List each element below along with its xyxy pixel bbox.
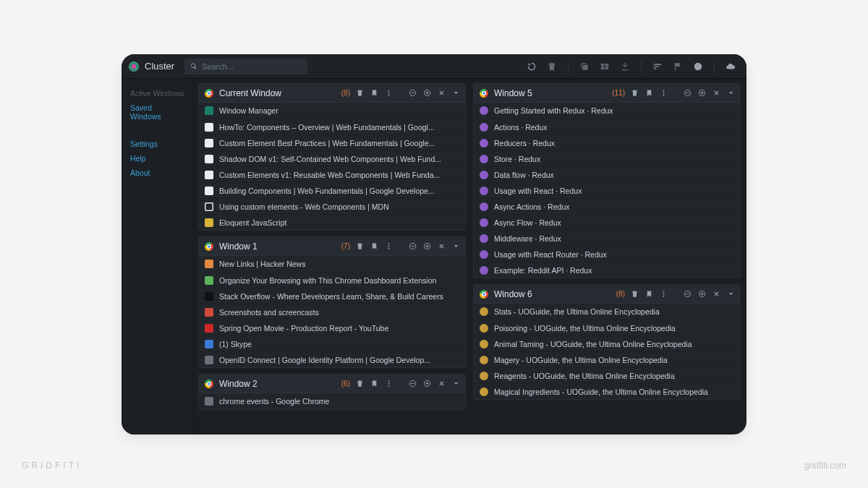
panel-minus-icon[interactable] [408,241,417,251]
panel-trash-icon[interactable] [355,88,365,98]
tab-row[interactable]: Actions · Redux [474,119,740,134]
panel-minus-icon[interactable] [408,379,417,388]
tab-row[interactable]: Middleware · Redux [474,230,740,246]
tab-row[interactable]: Building Components | Web Fundamentals |… [199,182,465,198]
sidebar-item-help[interactable]: Help [122,151,193,166]
panel-bookmark-icon[interactable] [370,88,379,98]
watermark-right: gridfiti.com [804,461,846,471]
panel-header[interactable]: Current Window (8) [199,84,465,103]
tab-title: Magery - UOGuide, the Ultima Online Ency… [494,356,668,364]
tab-row[interactable]: Animal Taming - UOGuide, the Ultima Onli… [474,335,740,351]
tab-row[interactable]: Usage with React Router · Redux [474,246,740,262]
tab-row[interactable]: chrome events - Google Chrome [199,393,465,409]
tab-row[interactable]: (1) Skype [199,335,465,351]
panel-plus-icon[interactable] [697,88,707,98]
svg-point-14 [388,385,390,387]
tab-row[interactable]: Organize Your Browsing with This Chrome … [199,272,465,288]
panel-header[interactable]: Window 2 (6) [199,374,465,393]
panel-close-icon[interactable] [712,289,721,299]
panel-bookmark-icon[interactable] [370,241,379,251]
tab-row[interactable]: Example: Reddit API · Redux [474,262,740,278]
panel-collapse-icon[interactable] [726,289,736,299]
panel-plus-icon[interactable] [422,379,432,388]
favicon-icon [480,356,488,364]
merge-icon[interactable] [619,61,631,72]
panel-more-icon[interactable] [659,88,668,98]
tab-title: Window Manager [219,106,278,115]
panel-close-icon[interactable] [712,88,721,98]
tab-row[interactable]: Magical Ingredients - UOGuide, the Ultim… [474,383,740,399]
tab-title: Stats - UOGuide, the Ultima Online Encyc… [494,307,660,316]
panel-more-icon[interactable] [384,241,393,251]
flag-icon[interactable] [672,61,684,72]
panel-bookmark-icon[interactable] [644,289,654,299]
tab-row[interactable]: Spring Open Movie - Production Report - … [199,320,465,335]
tab-row[interactable]: Stack Overflow - Where Developers Learn,… [199,288,465,304]
panel-bookmark-icon[interactable] [644,88,654,98]
panel-close-icon[interactable] [437,379,446,388]
tab-row[interactable]: Data flow · Redux [474,166,740,182]
panel-close-icon[interactable] [437,241,446,251]
tab-row[interactable]: Custom Elements v1: Reusable Web Compone… [199,166,465,182]
sidebar-item-about[interactable]: About [122,166,193,180]
panel-bookmark-icon[interactable] [370,379,379,388]
tab-row[interactable]: New Links | Hacker News [199,256,465,272]
panel-collapse-icon[interactable] [451,88,461,98]
tab-row[interactable]: Window Manager [199,103,465,119]
favicon-icon [480,307,488,316]
tab-row[interactable]: Async Actions · Redux [474,198,740,214]
search-box[interactable] [184,59,307,74]
tab-row[interactable]: Poisoning - UOGuide, the Ultima Online E… [474,320,740,335]
tab-row[interactable]: Getting Started with Redux · Redux [474,103,740,119]
sort-icon[interactable] [652,61,663,72]
tab-row[interactable]: Reducers · Redux [474,134,740,150]
tab-row[interactable]: Screenshots and screencasts [199,304,465,320]
duplicate-icon[interactable] [579,61,590,72]
tab-count-badge: (11) [612,89,625,97]
tab-row[interactable]: OpenID Connect | Google Identity Platfor… [199,351,465,367]
undo-icon[interactable] [526,61,537,72]
panel-header[interactable]: Window 5 (11) [474,84,740,103]
panel-collapse-icon[interactable] [726,88,736,98]
tab-row[interactable]: Shadow DOM v1: Self-Contained Web Compon… [199,150,465,166]
panel-collapse-icon[interactable] [451,241,461,251]
panel-header[interactable]: Window 1 (7) [199,237,465,256]
panel-minus-icon[interactable] [683,289,692,299]
panel-trash-icon[interactable] [355,379,365,388]
tab-row[interactable]: Eloquent JavaScript [199,214,465,230]
panel-trash-icon[interactable] [630,88,639,98]
sidebar-item-settings[interactable]: Settings [122,137,193,151]
panel-trash-icon[interactable] [630,289,639,299]
tab-row[interactable]: Async Flow · Redux [474,214,740,230]
tab-row[interactable]: Custom Element Best Practices | Web Fund… [199,134,465,150]
search-input[interactable] [202,62,302,71]
panel-plus-icon[interactable] [422,241,432,251]
tab-row[interactable]: Using custom elements - Web Components |… [199,198,465,214]
tab-row[interactable]: Usage with React · Redux [474,182,740,198]
panel-trash-icon[interactable] [355,241,365,251]
panel-more-icon[interactable] [384,379,393,388]
panel-minus-icon[interactable] [408,88,417,98]
trash-icon[interactable] [546,61,558,72]
tab-row[interactable]: Magery - UOGuide, the Ultima Online Ency… [474,351,740,367]
theme-icon[interactable] [692,61,704,72]
windows-icon[interactable] [599,61,610,72]
panel-close-icon[interactable] [437,88,446,98]
panel-minus-icon[interactable] [683,88,692,98]
cloud-icon[interactable] [725,61,736,72]
tab-row[interactable]: Reagents - UOGuide, the Ultima Online En… [474,367,740,383]
tab-title: Async Actions · Redux [494,202,569,211]
tab-row[interactable]: HowTo: Components – Overview | Web Funda… [199,119,465,134]
tab-title: Middleware · Redux [494,234,561,243]
panel-more-icon[interactable] [384,88,393,98]
tab-row[interactable]: Store · Redux [474,150,740,166]
panel-body: New Links | Hacker News Organize Your Br… [199,256,465,367]
panel-collapse-icon[interactable] [451,379,461,388]
panel-plus-icon[interactable] [422,88,432,98]
favicon-icon [205,324,213,333]
sidebar-item-saved[interactable]: Saved Windows [122,100,193,124]
panel-header[interactable]: Window 6 (8) [474,285,740,304]
panel-plus-icon[interactable] [697,289,707,299]
panel-more-icon[interactable] [659,289,668,299]
tab-row[interactable]: Stats - UOGuide, the Ultima Online Encyc… [474,304,740,320]
